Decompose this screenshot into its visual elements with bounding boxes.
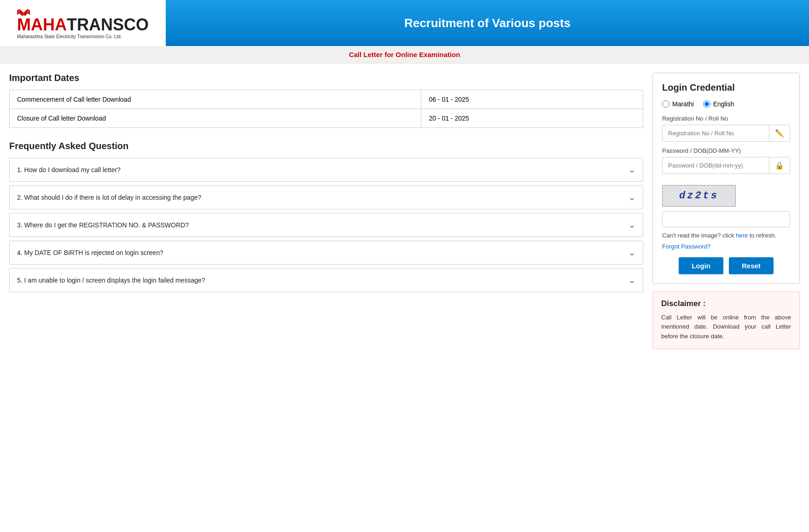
date-value: 06 - 01 - 2025 xyxy=(421,90,643,109)
chevron-down-icon: ⌄ xyxy=(629,192,635,202)
reset-button[interactable]: Reset xyxy=(729,257,774,274)
faq-question-text: 1. How do I download my call letter? xyxy=(17,166,121,173)
captcha-refresh-link[interactable]: here xyxy=(736,232,748,239)
date-value: 20 - 01 - 2025 xyxy=(421,109,643,128)
captcha-image: dz2ts xyxy=(662,185,736,207)
sub-header-text: Call Letter for Online Examination xyxy=(349,51,460,58)
right-panel: Login Credential Marathi English Registr… xyxy=(652,73,800,349)
language-marathi-label[interactable]: Marathi xyxy=(662,100,694,108)
faq-item[interactable]: 5. I am unable to login / screen display… xyxy=(9,268,643,292)
language-options: Marathi English xyxy=(662,100,790,108)
faq-question[interactable]: 1. How do I download my call letter? ⌄ xyxy=(10,158,643,181)
faq-item[interactable]: 1. How do I download my call letter? ⌄ xyxy=(9,158,643,182)
dates-table: Commencement of Call letter Download 06 … xyxy=(9,90,643,128)
faq-item[interactable]: 3. Where do I get the REGISTRATION NO. &… xyxy=(9,213,643,237)
wave-icon-1 xyxy=(17,7,30,16)
faq-question[interactable]: 4. My DATE OF BIRTH is rejected on login… xyxy=(10,241,643,264)
edit-icon: ✏️ xyxy=(769,125,790,141)
faq-question[interactable]: 2. What should I do if there is lot of d… xyxy=(10,186,643,209)
faq-question-text: 4. My DATE OF BIRTH is rejected on login… xyxy=(17,249,163,256)
language-marathi-radio[interactable] xyxy=(662,100,669,108)
password-input-group: 🔒 xyxy=(662,157,790,174)
logo-waves xyxy=(17,7,30,16)
language-marathi-text: Marathi xyxy=(672,100,694,108)
faq-question-text: 5. I am unable to login / screen display… xyxy=(17,277,205,284)
disclaimer-title: Disclaimer : xyxy=(661,299,791,308)
reg-no-label: Registration No / Roll No xyxy=(662,115,790,122)
faq-question[interactable]: 5. I am unable to login / screen display… xyxy=(10,269,643,292)
faq-item[interactable]: 2. What should I do if there is lot of d… xyxy=(9,185,643,209)
sub-header: Call Letter for Online Examination xyxy=(0,46,809,64)
chevron-down-icon: ⌄ xyxy=(629,275,635,285)
header-logo: MAHA TRANSCO Maharashtra State Electrici… xyxy=(0,0,166,46)
disclaimer-text: Call Letter will be online from the abov… xyxy=(661,313,791,341)
login-button[interactable]: Login xyxy=(679,257,723,274)
language-english-radio[interactable] xyxy=(703,100,710,108)
reg-no-input-group: ✏️ xyxy=(662,125,790,142)
forgot-password-link[interactable]: Forgot Password? xyxy=(662,243,790,250)
table-row: Commencement of Call letter Download 06 … xyxy=(10,90,643,109)
button-row: Login Reset xyxy=(662,257,790,274)
important-dates-title: Important Dates xyxy=(9,73,643,83)
faq-item[interactable]: 4. My DATE OF BIRTH is rejected on login… xyxy=(9,241,643,265)
language-english-label[interactable]: English xyxy=(703,100,734,108)
lock-icon: 🔒 xyxy=(769,157,790,173)
left-panel: Important Dates Commencement of Call let… xyxy=(9,73,643,296)
chevron-down-icon: ⌄ xyxy=(629,220,635,230)
logo-subtitle: Maharashtra State Electricity Transmissi… xyxy=(17,34,122,39)
header: MAHA TRANSCO Maharashtra State Electrici… xyxy=(0,0,809,46)
date-label: Commencement of Call letter Download xyxy=(10,90,421,109)
login-box-title: Login Credential xyxy=(662,82,790,93)
main-container: Important Dates Commencement of Call let… xyxy=(0,64,809,359)
faq-title: Frequently Asked Question xyxy=(9,141,643,151)
faq-container: 1. How do I download my call letter? ⌄ 2… xyxy=(9,158,643,292)
faq-question-text: 3. Where do I get the REGISTRATION NO. &… xyxy=(17,221,189,229)
password-input[interactable] xyxy=(663,158,769,173)
table-row: Closure of Call letter Download 20 - 01 … xyxy=(10,109,643,128)
reg-no-input[interactable] xyxy=(663,126,769,141)
password-label: Password / DOB(DD-MM-YY) xyxy=(662,147,790,154)
chevron-down-icon: ⌄ xyxy=(629,165,635,175)
header-title: Recruitment of Various posts xyxy=(166,16,809,30)
disclaimer-box: Disclaimer : Call Letter will be online … xyxy=(652,291,800,349)
faq-question[interactable]: 3. Where do I get the REGISTRATION NO. &… xyxy=(10,214,643,237)
captcha-input[interactable] xyxy=(662,211,790,227)
language-english-text: English xyxy=(713,100,734,108)
captcha-refresh-text: Can't read the image? click here to refr… xyxy=(662,231,790,240)
logo-maha: MAHA xyxy=(17,17,67,33)
faq-question-text: 2. What should I do if there is lot of d… xyxy=(17,194,201,201)
date-label: Closure of Call letter Download xyxy=(10,109,421,128)
logo-transco: TRANSCO xyxy=(67,17,149,33)
chevron-down-icon: ⌄ xyxy=(629,248,635,258)
login-box: Login Credential Marathi English Registr… xyxy=(652,73,800,284)
